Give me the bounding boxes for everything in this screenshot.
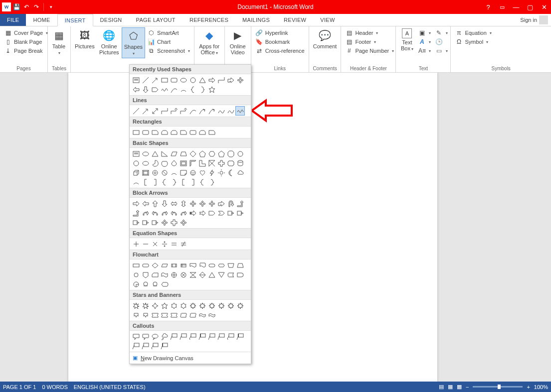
maximize-button[interactable]: ▢ <box>523 0 537 14</box>
shape-curvel[interactable] <box>169 208 179 218</box>
shape-pentr[interactable] <box>207 208 216 218</box>
shape-teardrop[interactable] <box>169 158 179 168</box>
shape-callr[interactable] <box>141 218 150 227</box>
shape-arc[interactable] <box>131 177 141 187</box>
shape-lbrace[interactable] <box>197 177 207 187</box>
shape-minus[interactable] <box>141 239 150 249</box>
shape-diamond[interactable] <box>188 149 197 158</box>
tab-design[interactable]: DESIGN <box>93 14 129 26</box>
shape-fcsort[interactable] <box>197 270 207 279</box>
shape-callbar[interactable] <box>235 332 245 341</box>
page-break-button[interactable]: ⤓Page Break <box>2 46 50 55</box>
zoom-in-button[interactable]: + <box>527 384 530 390</box>
shape-fcmdoc[interactable] <box>197 261 207 270</box>
shape-ribbon[interactable] <box>169 310 179 320</box>
tab-insert[interactable]: INSERT <box>57 14 93 26</box>
shape-fccard[interactable] <box>150 270 160 279</box>
shape-star8[interactable] <box>197 301 207 310</box>
shape-curver[interactable] <box>141 208 150 218</box>
shape-textbox[interactable] <box>131 149 141 158</box>
shape-roundrect[interactable] <box>188 128 197 137</box>
shape-uarrow[interactable] <box>150 199 160 208</box>
shape-oval[interactable] <box>179 75 188 85</box>
shape-curvel[interactable] <box>150 208 160 218</box>
shape-lrarrow[interactable] <box>169 199 179 208</box>
shape-star4[interactable] <box>150 301 160 310</box>
shape-fctape[interactable] <box>160 270 169 279</box>
shape-fcdec[interactable] <box>150 261 160 270</box>
header-button[interactable]: ▤Header▾ <box>343 28 396 37</box>
shape-cross[interactable] <box>169 218 179 227</box>
shape-wave[interactable] <box>207 310 216 320</box>
shape-snip2[interactable] <box>169 128 179 137</box>
minimize-button[interactable]: — <box>509 0 523 14</box>
shape-fcdelay[interactable] <box>235 270 245 279</box>
shape-scroll[interactable] <box>179 310 188 320</box>
shape-darrow[interactable] <box>141 85 150 94</box>
shape-fcterm[interactable] <box>207 261 216 270</box>
shape-quad[interactable] <box>197 199 207 208</box>
shape-callbar[interactable] <box>197 332 207 341</box>
shape-quad[interactable] <box>235 75 245 85</box>
quick-parts-button[interactable]: ▣▾ <box>416 28 433 37</box>
shape-star5[interactable] <box>207 85 216 94</box>
shape-scribble[interactable] <box>160 85 169 94</box>
shape-fcpred[interactable] <box>169 261 179 270</box>
shape-eq[interactable] <box>169 239 179 249</box>
shape-star8[interactable] <box>207 301 216 310</box>
tab-view[interactable]: VIEW <box>313 14 342 26</box>
tab-references[interactable]: REFERENCES <box>183 14 235 26</box>
shape-star6[interactable] <box>169 301 179 310</box>
screenshot-button[interactable]: ⧉Screenshot▾ <box>145 46 192 55</box>
smartart-button[interactable]: ⬡SmartArt <box>145 28 192 37</box>
shape-line[interactable] <box>141 75 150 85</box>
shapes-button[interactable]: ⬠Shapes▾ <box>122 27 145 58</box>
shape-fcstor[interactable] <box>226 270 235 279</box>
shape-pent[interactable] <box>197 149 207 158</box>
shape-fcman[interactable] <box>226 261 235 270</box>
shape-hex[interactable] <box>207 149 216 158</box>
date-time-button[interactable]: 🕒 <box>433 37 450 46</box>
tab-mailings[interactable]: MAILINGS <box>235 14 277 26</box>
shape-curver[interactable] <box>160 208 169 218</box>
online-video-button[interactable]: ▶Online Video <box>227 27 249 56</box>
shape-elbow[interactable] <box>216 75 226 85</box>
page-number-button[interactable]: #Page Number▾ <box>343 46 396 55</box>
shape-rarrow[interactable] <box>131 199 141 208</box>
shape-quad[interactable] <box>160 218 169 227</box>
shape-elbowa[interactable] <box>169 106 179 116</box>
shape-div[interactable] <box>160 239 169 249</box>
shape-chevr[interactable] <box>216 208 226 218</box>
shape-mult[interactable] <box>150 239 160 249</box>
shape-fcoffp[interactable] <box>141 270 150 279</box>
shape-lbrk[interactable] <box>179 177 188 187</box>
view-read-icon[interactable]: ▤ <box>439 384 444 390</box>
shape-larrow[interactable] <box>131 85 141 94</box>
shape-notched[interactable] <box>197 208 207 218</box>
sign-in[interactable]: Sign in <box>517 14 551 26</box>
equation-button[interactable]: πEquation▾ <box>453 28 493 37</box>
shape-callr[interactable] <box>235 208 245 218</box>
shape-expl[interactable] <box>131 301 141 310</box>
shape-callrect[interactable] <box>131 332 141 341</box>
shape-cube[interactable] <box>131 168 141 177</box>
shape-scribble[interactable] <box>235 106 245 116</box>
shape-fcmag[interactable] <box>141 279 150 289</box>
shape-star8[interactable] <box>226 301 235 310</box>
shape-scroll[interactable] <box>188 310 197 320</box>
shape-fcextr[interactable] <box>207 270 216 279</box>
shape-fcmerge[interactable] <box>216 270 226 279</box>
shape-expl[interactable] <box>141 301 150 310</box>
shape-circ[interactable] <box>188 75 197 85</box>
shape-lbrace[interactable] <box>160 177 169 187</box>
shape-circ[interactable] <box>235 149 245 158</box>
zoom-out-button[interactable]: − <box>466 384 469 390</box>
shape-callline2[interactable] <box>216 332 226 341</box>
shape-bevel[interactable] <box>141 168 150 177</box>
shape-callround[interactable] <box>141 332 150 341</box>
shape-pentr[interactable] <box>150 85 160 94</box>
cover-page-button[interactable]: ▦Cover Page▾ <box>2 28 50 37</box>
tab-home[interactable]: HOME <box>26 14 57 26</box>
save-icon[interactable]: 💾 <box>12 2 21 11</box>
wordart-button[interactable]: A▾ <box>416 37 433 46</box>
